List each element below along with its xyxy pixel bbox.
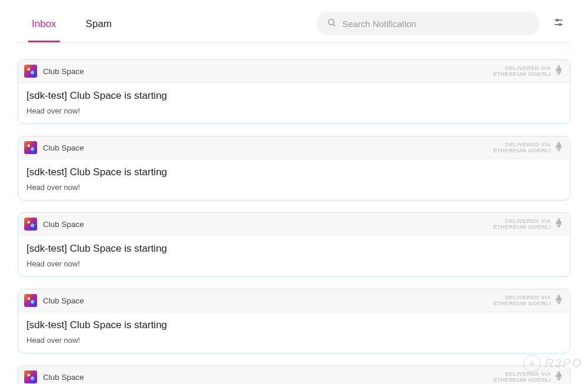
card-body: [sdk-test] Club Space is starting Head o… bbox=[18, 236, 570, 276]
delivery-line2: ETHEREUM GOERLI bbox=[493, 148, 551, 153]
notification-card[interactable]: Club Space DELIVERED VIA ETHEREUM GOERLI… bbox=[18, 289, 570, 353]
card-header: Club Space DELIVERED VIA ETHEREUM GOERLI bbox=[18, 136, 570, 159]
card-header: Club Space DELIVERED VIA ETHEREUM GOERLI bbox=[18, 366, 570, 384]
notification-title: [sdk-test] Club Space is starting bbox=[26, 243, 562, 255]
delivery-info: DELIVERED VIA ETHEREUM GOERLI bbox=[493, 65, 563, 78]
svg-point-4 bbox=[556, 19, 558, 21]
card-header-left: Club Space bbox=[24, 294, 84, 307]
sender-avatar bbox=[24, 65, 37, 78]
search-wrap bbox=[316, 12, 570, 35]
ethereum-icon bbox=[554, 370, 563, 383]
sender-avatar bbox=[24, 370, 37, 383]
card-header-left: Club Space bbox=[24, 218, 84, 231]
notification-card[interactable]: Club Space DELIVERED VIA ETHEREUM GOERLI… bbox=[18, 59, 570, 124]
watermark: ✦ R3PO bbox=[523, 355, 582, 372]
sender-avatar bbox=[24, 218, 37, 231]
notification-title: [sdk-test] Club Space is starting bbox=[26, 166, 562, 178]
svg-line-1 bbox=[333, 24, 335, 26]
delivery-line2: ETHEREUM GOERLI bbox=[493, 71, 551, 77]
card-header-left: Club Space bbox=[24, 370, 84, 383]
notification-title: [sdk-test] Club Space is starting bbox=[26, 90, 562, 102]
ethereum-icon bbox=[554, 294, 563, 307]
card-body: [sdk-test] Club Space is starting Head o… bbox=[18, 83, 570, 123]
notification-title: [sdk-test] Club Space is starting bbox=[26, 319, 562, 331]
notification-list: Club Space DELIVERED VIA ETHEREUM GOERLI… bbox=[18, 43, 570, 384]
tab-spam[interactable]: Spam bbox=[82, 12, 115, 42]
sender-avatar bbox=[24, 294, 37, 307]
delivery-line2: ETHEREUM GOERLI bbox=[493, 377, 551, 383]
card-body: [sdk-test] Club Space is starting Head o… bbox=[18, 159, 570, 200]
delivery-line2: ETHEREUM GOERLI bbox=[493, 300, 551, 306]
card-header-left: Club Space bbox=[24, 141, 84, 154]
card-header-left: Club Space bbox=[24, 65, 84, 78]
delivery-info: DELIVERED VIA ETHEREUM GOERLI bbox=[493, 218, 563, 231]
search-icon bbox=[327, 18, 336, 29]
card-header: Club Space DELIVERED VIA ETHEREUM GOERLI bbox=[18, 60, 570, 83]
tab-inbox[interactable]: Inbox bbox=[28, 12, 60, 42]
search-input[interactable] bbox=[342, 19, 529, 29]
notification-description: Head over now! bbox=[26, 106, 562, 115]
notification-card[interactable]: Club Space DELIVERED VIA ETHEREUM GOERLI… bbox=[18, 365, 570, 384]
search-box[interactable] bbox=[316, 12, 540, 35]
sliders-icon bbox=[553, 17, 564, 30]
header-row: Inbox Spam bbox=[18, 0, 570, 43]
filter-button[interactable] bbox=[547, 12, 570, 35]
notification-description: Head over now! bbox=[26, 259, 562, 268]
sender-name: Club Space bbox=[43, 67, 84, 76]
notification-card[interactable]: Club Space DELIVERED VIA ETHEREUM GOERLI… bbox=[18, 212, 570, 277]
delivery-info: DELIVERED VIA ETHEREUM GOERLI bbox=[493, 370, 563, 383]
sender-name: Club Space bbox=[43, 296, 84, 305]
notification-description: Head over now! bbox=[26, 183, 562, 192]
sender-avatar bbox=[24, 141, 37, 154]
sender-name: Club Space bbox=[43, 373, 84, 382]
svg-point-5 bbox=[559, 24, 561, 25]
card-header: Club Space DELIVERED VIA ETHEREUM GOERLI bbox=[18, 289, 570, 312]
notification-card[interactable]: Club Space DELIVERED VIA ETHEREUM GOERLI… bbox=[18, 136, 570, 201]
delivery-line2: ETHEREUM GOERLI bbox=[493, 224, 551, 230]
delivery-info: DELIVERED VIA ETHEREUM GOERLI bbox=[493, 294, 563, 307]
delivery-info: DELIVERED VIA ETHEREUM GOERLI bbox=[493, 141, 563, 154]
sender-name: Club Space bbox=[43, 220, 84, 229]
tabs: Inbox Spam bbox=[18, 12, 115, 42]
ethereum-icon bbox=[554, 65, 563, 78]
ethereum-icon bbox=[554, 141, 563, 154]
sender-name: Club Space bbox=[43, 143, 84, 152]
card-body: [sdk-test] Club Space is starting Head o… bbox=[18, 312, 570, 353]
card-header: Club Space DELIVERED VIA ETHEREUM GOERLI bbox=[18, 213, 570, 236]
notification-description: Head over now! bbox=[26, 336, 562, 345]
ethereum-icon bbox=[554, 218, 563, 231]
